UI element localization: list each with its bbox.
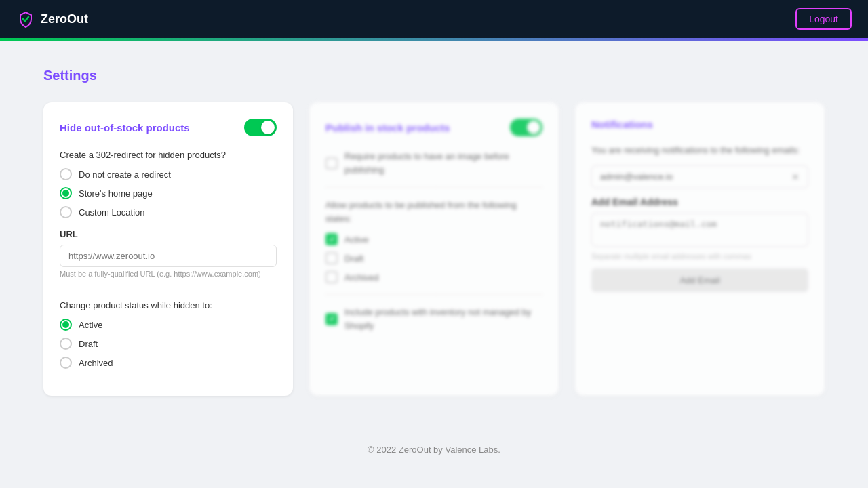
require-image-label: Require products to have an image before… xyxy=(344,150,542,176)
radio-draft[interactable]: Draft xyxy=(60,338,277,350)
add-email-label: Add Email Address xyxy=(591,197,808,207)
main-content: Settings Hide out-of-stock products Crea… xyxy=(0,41,868,423)
radio-draft-outer xyxy=(60,338,72,350)
logo-text: ZeroOut xyxy=(41,12,88,26)
card-notifications: Notifications You are receiving notifica… xyxy=(575,102,825,396)
card3-title: Notifications xyxy=(591,119,653,130)
redirect-radio-group: Do not create a redirect Store's home pa… xyxy=(60,168,277,218)
radio-active-inner xyxy=(62,321,69,328)
receiving-text: You are receiving notifications to the f… xyxy=(591,144,808,157)
email-value: admin@valence.io xyxy=(600,171,673,182)
page-title: Settings xyxy=(43,68,825,83)
radio-no-redirect[interactable]: Do not create a redirect xyxy=(60,168,277,180)
radio-home-page-inner xyxy=(62,190,69,197)
redirect-question: Create a 302-redirect for hidden product… xyxy=(60,150,277,160)
url-hint: Must be a fully-qualified URL (e.g. http… xyxy=(60,270,277,278)
header: ZeroOut Logout xyxy=(0,0,868,38)
radio-active-outer xyxy=(60,319,72,331)
logo: ZeroOut xyxy=(16,9,88,28)
email-hint: Separate multiple email addresses with c… xyxy=(591,252,808,260)
footer: © 2022 ZeroOut by Valence Labs. xyxy=(0,423,868,466)
checkmark2: ✓ xyxy=(329,314,335,323)
state-active-item: ✓ Active xyxy=(326,233,542,245)
require-image-checkbox xyxy=(326,157,338,169)
state-draft-checkbox xyxy=(326,252,338,264)
logout-button[interactable]: Logout xyxy=(795,8,852,30)
state-draft-label: Draft xyxy=(344,253,363,264)
radio-home-page-label: Store's home page xyxy=(79,188,153,199)
status-radio-group: Active Draft Archived xyxy=(60,319,277,369)
url-section: URL Must be a fully-qualified URL (e.g. … xyxy=(60,229,277,278)
footer-text: © 2022 ZeroOut by Valence Labs. xyxy=(368,445,500,455)
include-unmanaged-item: ✓ Include products with inventory not ma… xyxy=(326,306,542,332)
state-active-checkbox: ✓ xyxy=(326,233,338,245)
state-archived-item: Archived xyxy=(326,271,542,283)
status-question: Change product status while hidden to: xyxy=(60,300,277,310)
card2-toggle-track xyxy=(510,119,542,136)
card2-divider2 xyxy=(326,294,542,295)
radio-active-label: Active xyxy=(79,320,102,330)
email-value-block: admin@valence.io ✕ xyxy=(591,165,808,188)
card1-title: Hide out-of-stock products xyxy=(60,122,190,134)
logo-icon xyxy=(16,9,35,28)
radio-custom-location-outer xyxy=(60,206,72,218)
require-image-item: Require products to have an image before… xyxy=(326,150,542,176)
card2-header: Publish in stock products xyxy=(326,119,542,136)
radio-archived[interactable]: Archived xyxy=(60,357,277,369)
radio-no-redirect-label: Do not create a redirect xyxy=(79,169,171,180)
radio-custom-location-label: Custom Location xyxy=(79,207,145,218)
card2-divider xyxy=(326,187,542,188)
card2-toggle-thumb xyxy=(527,121,540,134)
include-unmanaged-checkbox: ✓ xyxy=(326,313,338,325)
radio-custom-location[interactable]: Custom Location xyxy=(60,206,277,218)
card3-header: Notifications xyxy=(591,119,808,130)
radio-archived-outer xyxy=(60,357,72,369)
state-draft-item: Draft xyxy=(326,252,542,264)
radio-no-redirect-outer xyxy=(60,168,72,180)
allow-states-label: Allow products to be published from the … xyxy=(326,199,542,225)
card-publish: Publish in stock products Require produc… xyxy=(309,102,559,396)
radio-active[interactable]: Active xyxy=(60,319,277,331)
email-textarea xyxy=(591,213,808,247)
card1-toggle-thumb xyxy=(261,121,275,134)
divider xyxy=(60,289,277,289)
add-email-button: Add Email xyxy=(591,268,808,292)
include-unmanaged-label: Include products with inventory not mana… xyxy=(344,306,542,332)
remove-email-icon: ✕ xyxy=(791,171,800,182)
cards-grid: Hide out-of-stock products Create a 302-… xyxy=(43,102,825,396)
card2-toggle xyxy=(510,119,542,136)
card2-title: Publish in stock products xyxy=(326,122,450,134)
radio-home-page-outer xyxy=(60,187,72,199)
card-hide-oos: Hide out-of-stock products Create a 302-… xyxy=(43,102,293,396)
checkmark: ✓ xyxy=(329,235,335,244)
state-archived-label: Archived xyxy=(344,272,379,283)
radio-draft-label: Draft xyxy=(79,339,98,349)
url-label: URL xyxy=(60,229,277,239)
radio-home-page[interactable]: Store's home page xyxy=(60,187,277,199)
radio-archived-label: Archived xyxy=(79,358,113,368)
url-input[interactable] xyxy=(60,245,277,267)
state-archived-checkbox xyxy=(326,271,338,283)
card1-toggle[interactable] xyxy=(244,119,277,136)
state-active-label: Active xyxy=(344,235,368,245)
card1-header: Hide out-of-stock products xyxy=(60,119,277,136)
card1-toggle-track[interactable] xyxy=(244,119,277,136)
